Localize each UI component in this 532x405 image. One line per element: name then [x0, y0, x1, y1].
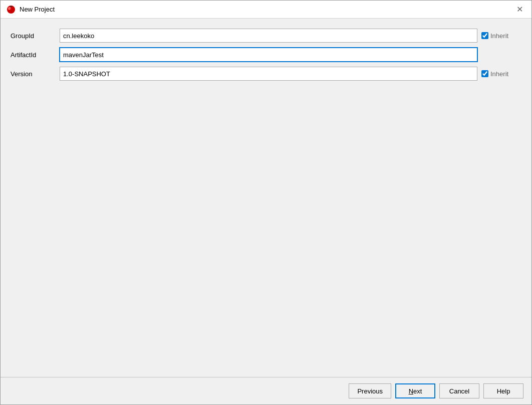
title-bar: New Project ✕ — [1, 1, 531, 19]
svg-rect-3 — [10, 6, 12, 7]
title-bar-left: New Project — [7, 5, 55, 14]
button-bar: Previous Next Cancel Help — [1, 377, 531, 404]
groupid-inherit-label: Inherit — [490, 32, 508, 40]
groupid-inherit-area: Inherit — [481, 32, 521, 40]
version-inherit-area: Inherit — [481, 70, 521, 78]
artifactid-row: ArtifactId — [11, 48, 521, 62]
version-inherit-checkbox[interactable] — [481, 70, 488, 77]
version-input[interactable] — [60, 67, 477, 81]
dialog-icon — [7, 5, 16, 14]
artifactid-label: ArtifactId — [11, 51, 56, 59]
close-button[interactable]: ✕ — [513, 4, 525, 16]
groupid-inherit-checkbox[interactable] — [481, 32, 488, 39]
form-area: GroupId Inherit ArtifactId Version — [11, 29, 521, 81]
version-row: Version Inherit — [11, 67, 521, 81]
previous-button[interactable]: Previous — [349, 383, 391, 398]
artifactid-input[interactable] — [60, 48, 477, 62]
dialog-title: New Project — [20, 6, 55, 13]
groupid-row: GroupId Inherit — [11, 29, 521, 43]
version-inherit-label: Inherit — [490, 70, 508, 78]
next-button[interactable]: Next — [395, 383, 435, 398]
main-content: GroupId Inherit ArtifactId Version — [1, 19, 531, 377]
new-project-dialog: New Project ✕ GroupId Inherit ArtifactId — [0, 0, 532, 405]
cancel-button[interactable]: Cancel — [439, 383, 479, 398]
groupid-input[interactable] — [60, 29, 477, 43]
help-button[interactable]: Help — [483, 383, 523, 398]
groupid-label: GroupId — [11, 32, 56, 40]
version-label: Version — [11, 70, 56, 78]
